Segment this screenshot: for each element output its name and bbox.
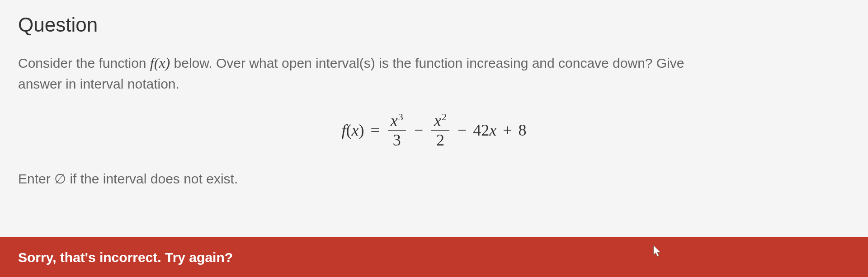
frac2-exp: 2 <box>442 111 447 122</box>
question-prompt: Consider the function f(x) below. Over w… <box>18 52 850 94</box>
formula-lhs: f(x) <box>341 121 364 140</box>
formula-display: f(x) = x3 3 − x2 2 − 42x + 8 <box>18 112 850 148</box>
frac2-base: x <box>434 112 441 130</box>
cursor-icon <box>653 245 662 258</box>
func-arg: x <box>351 121 359 139</box>
term3-var: x <box>489 121 496 139</box>
empty-set-symbol: ∅ <box>54 171 66 186</box>
constant-term: 8 <box>519 121 527 140</box>
prompt-text-2: below. Over what open interval(s) is the… <box>170 56 684 70</box>
frac1-base: x <box>391 112 398 130</box>
inline-fx: f(x) <box>150 55 170 71</box>
prompt-text-3: answer in interval notation. <box>18 76 179 91</box>
linear-term: 42x <box>473 121 496 140</box>
instruction-text: Enter ∅ if the interval does not exist. <box>18 171 850 187</box>
frac2-den: 2 <box>434 131 447 148</box>
plus-1: + <box>503 121 512 140</box>
frac1-den: 3 <box>390 131 404 148</box>
error-message-text: Sorry, that's incorrect. Try again? <box>18 250 233 265</box>
term3-coef: 42 <box>473 121 489 139</box>
func-letter: f <box>341 121 346 139</box>
fraction-1: x3 3 <box>388 112 406 148</box>
fraction-2: x2 2 <box>431 112 449 148</box>
instruction-part1: Enter <box>18 171 54 186</box>
minus-1: − <box>414 121 423 140</box>
instruction-part2: if the interval does not exist. <box>66 171 238 186</box>
frac1-exp: 3 <box>398 111 403 122</box>
equals-sign: = <box>370 121 379 140</box>
question-heading: Question <box>18 14 850 36</box>
error-banner: Sorry, that's incorrect. Try again? <box>0 237 868 277</box>
minus-2: − <box>458 121 467 140</box>
prompt-text-1: Consider the function <box>18 56 150 70</box>
question-content: Question Consider the function f(x) belo… <box>0 0 868 237</box>
